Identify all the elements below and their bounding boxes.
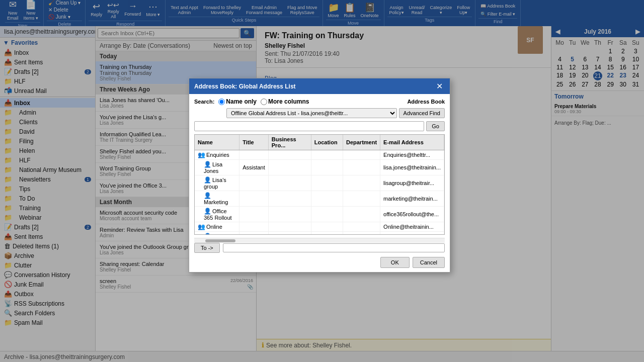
row-name: 👥Online [195,222,239,232]
address-book-table: Name Title Business Pro... Location Depa… [195,135,444,235]
table-row[interactable]: 👤Marketing marketing@theitrain... [195,191,444,207]
row-dept [343,191,380,207]
row-dept [343,222,380,232]
row-location [311,232,343,235]
row-title [239,207,269,222]
row-dept [343,232,380,235]
col-email[interactable]: E-mail Address [380,135,444,150]
row-name: 👥Enquiries [195,150,239,160]
row-location [311,207,343,222]
row-phone [268,222,311,232]
address-book-select[interactable]: Offline Global Address List - lisa.jones… [226,108,397,118]
row-title: Assistant [239,160,269,175]
col-phone[interactable]: Business Pro... [268,135,311,150]
table-row[interactable]: 👤Lisa's group lisagroup@theitrair... [195,175,444,191]
dialog-search-input[interactable] [194,121,424,131]
col-title[interactable]: Title [239,135,269,150]
row-location [311,150,343,160]
col-dept[interactable]: Department [343,135,380,150]
row-dept [343,175,380,191]
row-phone [268,175,311,191]
address-book-table-container: Name Title Business Pro... Location Depa… [194,134,445,235]
row-title [239,175,269,191]
advanced-find-button[interactable]: Advanced Find [399,108,445,118]
row-phone [268,191,311,207]
dialog-go-button[interactable]: Go [426,121,445,131]
row-name: 👤Office 365 Rollout [195,207,239,222]
row-dept [343,160,380,175]
table-row[interactable]: 👤Office 365 Rollout office365rollout@the… [195,207,444,222]
addressbook-row: Offline Global Address List - lisa.jones… [194,108,445,118]
address-book-dialog: Address Book: Global Address List ✕ Sear… [189,78,450,273]
radio-name-only[interactable] [218,99,225,105]
dialog-overlay: Address Book: Global Address List ✕ Sear… [0,0,644,362]
dialog-title: Address Book: Global Address List [194,83,296,90]
row-email: Enquiries@thelttr... [380,150,444,160]
row-dept [343,207,380,222]
row-email: outlookgroup@thei... [380,232,444,235]
row-dept [343,150,380,160]
row-name: 👤Lisa Jones [195,160,239,175]
row-location [311,160,343,175]
radio-name-only-text: Name only [226,98,257,105]
row-email: office365rollout@the... [380,207,444,222]
row-email: lisa.jones@theitrainin... [380,160,444,175]
row-phone [268,150,311,160]
row-location [311,222,343,232]
row-title [239,191,269,207]
scrollbar-thumb[interactable] [205,239,235,242]
radio-name-only-label: Name only [218,98,257,105]
row-phone [268,207,311,222]
row-location [311,191,343,207]
row-email: lisagroup@theitrair... [380,175,444,191]
row-title [239,150,269,160]
row-title [239,232,269,235]
dialog-titlebar: Address Book: Global Address List ✕ [189,78,450,94]
radio-more-columns[interactable] [261,99,267,105]
dialog-footer-row: To -> [194,243,445,253]
row-name: 👤Marketing [195,191,239,207]
to-field[interactable] [223,243,445,252]
row-location [311,175,343,191]
dialog-body: Search: Name only More columns Address B… [189,94,450,272]
search-label: Search: [194,99,214,105]
table-row[interactable]: 👥Enquiries Enquiries@thelttr... [195,150,444,160]
row-name: 👤Outloook Group [195,232,239,235]
table-row[interactable]: 👥Online Online@theitrainin... [195,222,444,232]
search-input-row: Go [194,121,445,131]
cancel-button[interactable]: Cancel [413,257,445,268]
to-button[interactable]: To -> [194,243,220,253]
row-title [239,222,269,232]
address-book-section-label: Address Book [407,99,445,105]
dialog-action-row: OK Cancel [194,255,445,268]
table-row[interactable]: 👤Outloook Group outlookgroup@thei... [195,232,444,235]
dialog-close-button[interactable]: ✕ [434,81,445,91]
radio-more-columns-text: More columns [268,98,309,105]
ok-button[interactable]: OK [380,257,410,268]
row-email: marketing@theitrain... [380,191,444,207]
col-name[interactable]: Name [195,135,239,150]
row-name: 👤Lisa's group [195,175,239,191]
row-phone [268,160,311,175]
horizontal-scrollbar[interactable] [194,238,445,243]
col-location[interactable]: Location [311,135,343,150]
row-email: Online@theitrainin... [380,222,444,232]
radio-more-columns-label: More columns [261,98,309,105]
dialog-search-row: Search: Name only More columns Address B… [194,98,445,105]
row-phone [268,232,311,235]
table-row[interactable]: 👤Lisa Jones Assistant lisa.jones@theitra… [195,160,444,175]
